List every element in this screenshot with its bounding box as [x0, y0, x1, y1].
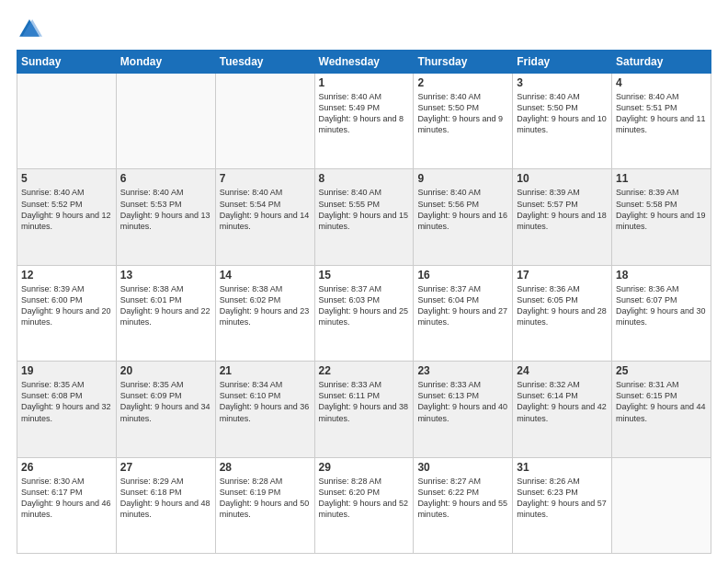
day-number: 6 — [120, 172, 211, 185]
calendar-cell — [612, 457, 711, 553]
day-number: 30 — [417, 461, 508, 474]
cell-details: Sunrise: 8:39 AMSunset: 6:00 PMDaylight:… — [21, 283, 112, 328]
calendar-week-row: 1Sunrise: 8:40 AMSunset: 5:49 PMDaylight… — [17, 74, 711, 169]
day-number: 27 — [120, 461, 211, 474]
day-number: 21 — [220, 364, 311, 377]
header — [17, 17, 711, 42]
calendar-cell: 26Sunrise: 8:30 AMSunset: 6:17 PMDayligh… — [17, 457, 117, 553]
cell-details: Sunrise: 8:27 AMSunset: 6:22 PMDaylight:… — [417, 476, 508, 521]
day-number: 26 — [21, 461, 112, 474]
calendar-cell: 30Sunrise: 8:27 AMSunset: 6:22 PMDayligh… — [414, 457, 513, 553]
cell-details: Sunrise: 8:40 AMSunset: 5:50 PMDaylight:… — [417, 91, 508, 136]
cell-details: Sunrise: 8:29 AMSunset: 6:18 PMDaylight:… — [120, 476, 211, 521]
calendar-cell: 8Sunrise: 8:40 AMSunset: 5:55 PMDaylight… — [314, 169, 414, 265]
cell-details: Sunrise: 8:37 AMSunset: 6:03 PMDaylight:… — [319, 283, 410, 328]
calendar-cell: 5Sunrise: 8:40 AMSunset: 5:52 PMDaylight… — [17, 169, 117, 265]
day-number: 16 — [417, 269, 508, 282]
cell-details: Sunrise: 8:36 AMSunset: 6:07 PMDaylight:… — [616, 283, 707, 328]
calendar-cell: 17Sunrise: 8:36 AMSunset: 6:05 PMDayligh… — [513, 265, 612, 361]
day-number: 9 — [417, 172, 508, 185]
calendar-cell: 21Sunrise: 8:34 AMSunset: 6:10 PMDayligh… — [215, 362, 314, 457]
cell-details: Sunrise: 8:40 AMSunset: 5:51 PMDaylight:… — [616, 91, 707, 136]
cell-details: Sunrise: 8:26 AMSunset: 6:23 PMDaylight:… — [517, 476, 608, 521]
cell-details: Sunrise: 8:28 AMSunset: 6:19 PMDaylight:… — [220, 476, 311, 521]
day-number: 20 — [120, 364, 211, 377]
cell-details: Sunrise: 8:40 AMSunset: 5:54 PMDaylight:… — [220, 187, 311, 232]
calendar-cell: 29Sunrise: 8:28 AMSunset: 6:20 PMDayligh… — [314, 457, 414, 553]
day-number: 10 — [517, 172, 608, 185]
calendar-cell: 31Sunrise: 8:26 AMSunset: 6:23 PMDayligh… — [513, 457, 612, 553]
calendar-cell: 4Sunrise: 8:40 AMSunset: 5:51 PMDaylight… — [612, 74, 711, 169]
day-number: 29 — [319, 461, 410, 474]
calendar-table: SundayMondayTuesdayWednesdayThursdayFrid… — [17, 50, 711, 554]
weekday-header-wednesday: Wednesday — [314, 51, 414, 74]
calendar-cell: 19Sunrise: 8:35 AMSunset: 6:08 PMDayligh… — [17, 362, 117, 457]
calendar-cell — [215, 74, 314, 169]
calendar-cell: 16Sunrise: 8:37 AMSunset: 6:04 PMDayligh… — [414, 265, 513, 361]
calendar-header: SundayMondayTuesdayWednesdayThursdayFrid… — [17, 51, 711, 74]
calendar-cell: 14Sunrise: 8:38 AMSunset: 6:02 PMDayligh… — [215, 265, 314, 361]
day-number: 11 — [616, 172, 707, 185]
cell-details: Sunrise: 8:31 AMSunset: 6:15 PMDaylight:… — [616, 379, 707, 424]
day-number: 15 — [319, 269, 410, 282]
cell-details: Sunrise: 8:33 AMSunset: 6:11 PMDaylight:… — [319, 379, 410, 424]
day-number: 3 — [517, 76, 608, 89]
day-number: 22 — [319, 364, 410, 377]
calendar-week-row: 12Sunrise: 8:39 AMSunset: 6:00 PMDayligh… — [17, 265, 711, 361]
cell-details: Sunrise: 8:32 AMSunset: 6:14 PMDaylight:… — [517, 379, 608, 424]
calendar-cell: 12Sunrise: 8:39 AMSunset: 6:00 PMDayligh… — [17, 265, 117, 361]
day-number: 31 — [517, 461, 608, 474]
logo — [17, 17, 46, 42]
page: SundayMondayTuesdayWednesdayThursdayFrid… — [0, 0, 728, 563]
cell-details: Sunrise: 8:40 AMSunset: 5:50 PMDaylight:… — [517, 91, 608, 136]
calendar-cell: 11Sunrise: 8:39 AMSunset: 5:58 PMDayligh… — [612, 169, 711, 265]
day-number: 17 — [517, 269, 608, 282]
calendar-week-row: 26Sunrise: 8:30 AMSunset: 6:17 PMDayligh… — [17, 457, 711, 553]
calendar-cell — [116, 74, 215, 169]
day-number: 14 — [220, 269, 311, 282]
day-number: 25 — [616, 364, 707, 377]
calendar-cell — [17, 74, 117, 169]
day-number: 24 — [517, 364, 608, 377]
day-number: 8 — [319, 172, 410, 185]
cell-details: Sunrise: 8:37 AMSunset: 6:04 PMDaylight:… — [417, 283, 508, 328]
calendar-cell: 22Sunrise: 8:33 AMSunset: 6:11 PMDayligh… — [314, 362, 414, 457]
day-number: 4 — [616, 76, 707, 89]
calendar-week-row: 5Sunrise: 8:40 AMSunset: 5:52 PMDaylight… — [17, 169, 711, 265]
weekday-row: SundayMondayTuesdayWednesdayThursdayFrid… — [17, 51, 711, 74]
cell-details: Sunrise: 8:33 AMSunset: 6:13 PMDaylight:… — [417, 379, 508, 424]
day-number: 7 — [220, 172, 311, 185]
logo-icon — [17, 17, 42, 42]
cell-details: Sunrise: 8:40 AMSunset: 5:52 PMDaylight:… — [21, 187, 112, 232]
calendar-body: 1Sunrise: 8:40 AMSunset: 5:49 PMDaylight… — [17, 74, 711, 554]
calendar-cell: 9Sunrise: 8:40 AMSunset: 5:56 PMDaylight… — [414, 169, 513, 265]
calendar-cell: 20Sunrise: 8:35 AMSunset: 6:09 PMDayligh… — [116, 362, 215, 457]
weekday-header-sunday: Sunday — [17, 51, 117, 74]
calendar-cell: 18Sunrise: 8:36 AMSunset: 6:07 PMDayligh… — [612, 265, 711, 361]
calendar-cell: 24Sunrise: 8:32 AMSunset: 6:14 PMDayligh… — [513, 362, 612, 457]
weekday-header-monday: Monday — [116, 51, 215, 74]
day-number: 23 — [417, 364, 508, 377]
cell-details: Sunrise: 8:39 AMSunset: 5:57 PMDaylight:… — [517, 187, 608, 232]
calendar-cell: 23Sunrise: 8:33 AMSunset: 6:13 PMDayligh… — [414, 362, 513, 457]
day-number: 5 — [21, 172, 112, 185]
day-number: 12 — [21, 269, 112, 282]
calendar-cell: 25Sunrise: 8:31 AMSunset: 6:15 PMDayligh… — [612, 362, 711, 457]
day-number: 13 — [120, 269, 211, 282]
cell-details: Sunrise: 8:28 AMSunset: 6:20 PMDaylight:… — [319, 476, 410, 521]
cell-details: Sunrise: 8:30 AMSunset: 6:17 PMDaylight:… — [21, 476, 112, 521]
calendar-cell: 10Sunrise: 8:39 AMSunset: 5:57 PMDayligh… — [513, 169, 612, 265]
day-number: 18 — [616, 269, 707, 282]
cell-details: Sunrise: 8:40 AMSunset: 5:55 PMDaylight:… — [319, 187, 410, 232]
weekday-header-friday: Friday — [513, 51, 612, 74]
weekday-header-saturday: Saturday — [612, 51, 711, 74]
calendar-cell: 1Sunrise: 8:40 AMSunset: 5:49 PMDaylight… — [314, 74, 414, 169]
day-number: 1 — [319, 76, 410, 89]
cell-details: Sunrise: 8:38 AMSunset: 6:01 PMDaylight:… — [120, 283, 211, 328]
calendar-cell: 2Sunrise: 8:40 AMSunset: 5:50 PMDaylight… — [414, 74, 513, 169]
cell-details: Sunrise: 8:39 AMSunset: 5:58 PMDaylight:… — [616, 187, 707, 232]
weekday-header-thursday: Thursday — [414, 51, 513, 74]
day-number: 19 — [21, 364, 112, 377]
cell-details: Sunrise: 8:34 AMSunset: 6:10 PMDaylight:… — [220, 379, 311, 424]
day-number: 2 — [417, 76, 508, 89]
